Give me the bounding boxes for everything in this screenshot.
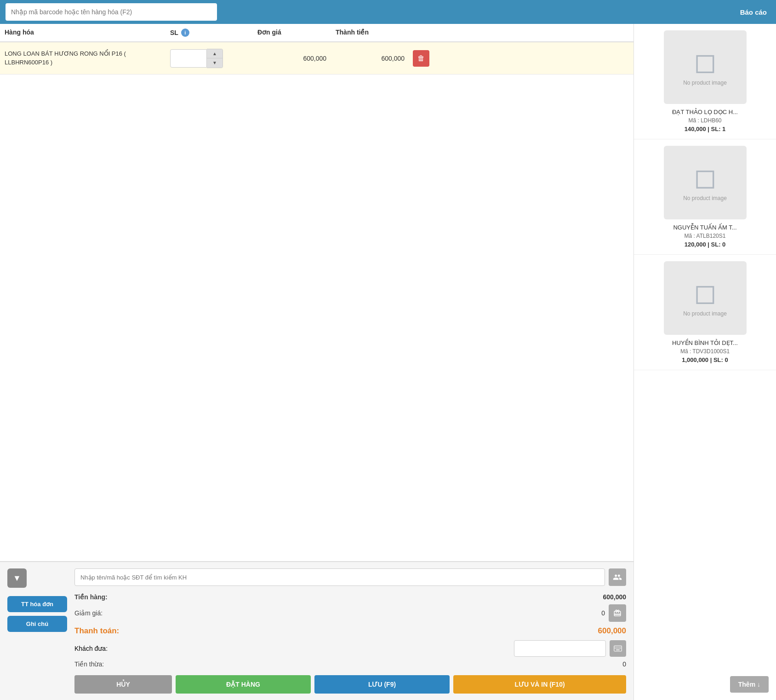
product-ma-3: Mã : TDV3D1000S1 [680, 348, 730, 355]
bottom-area: ▼ TT hóa đơn Ghi chú [7, 568, 626, 694]
them-button[interactable]: Thêm ↓ [730, 676, 769, 693]
tien-thua-label: Tiền thừa: [74, 660, 104, 668]
luu-in-button[interactable]: LƯU VÀ IN (F10) [453, 675, 626, 694]
qty-input[interactable]: 1 [170, 49, 207, 68]
product-card-3[interactable]: ◻ No product image HUYỀN BÌNH TỎI DẸT...… [634, 255, 776, 370]
tien-hang-value: 600,000 [603, 593, 626, 601]
khach-dua-label: Khách đưa: [74, 645, 108, 652]
spacer [0, 75, 633, 561]
left-side-buttons: ▼ TT hóa đơn Ghi chú [7, 568, 67, 632]
giam-gia-label: Giảm giá: [74, 609, 103, 617]
product-card-2[interactable]: ◻ No product image NGUYỄN TUẤN ẤM T... M… [634, 139, 776, 255]
product-name-2: NGUYỄN TUẤN ẤM T... [673, 224, 736, 231]
svg-rect-6 [615, 648, 616, 649]
customer-search-input[interactable] [74, 568, 605, 586]
summary-section: Tiền hàng: 600,000 Giảm giá: 0 [74, 568, 626, 694]
right-panel: ◻ No product image ĐẠT THẢO LỌ DỌC H... … [633, 24, 776, 700]
ghi-chu-button[interactable]: Ghi chú [7, 616, 67, 632]
product-price-sl-3: 1,000,000 | SL: 0 [682, 356, 728, 363]
giam-gia-value: 0 [601, 609, 605, 617]
giam-gia-row: Giảm giá: 0 [74, 602, 626, 624]
main-layout: Hàng hóa SL i Đơn giá Thành tiền LONG LO… [0, 24, 776, 700]
no-image-text-3: No product image [683, 310, 727, 317]
table-row: LONG LOAN BÁT HƯƠNG RONG NỔI P16 ( LLBHR… [0, 42, 633, 75]
product-name-1: ĐẠT THẢO LỌ DỌC H... [672, 109, 738, 115]
qty-up-button[interactable]: ▲ [207, 49, 223, 58]
customer-search-button[interactable] [609, 568, 626, 586]
tt-hoadon-button[interactable]: TT hóa đơn [7, 596, 67, 612]
thanh-toan-value: 600,000 [598, 626, 626, 636]
svg-rect-9 [619, 648, 620, 649]
cart-items-list: LONG LOAN BÁT HƯƠNG RONG NỔI P16 ( LLBHR… [0, 42, 633, 75]
users-icon [613, 573, 622, 582]
left-panel: Hàng hóa SL i Đơn giá Thành tiền LONG LO… [0, 24, 633, 700]
product-name-3: HUYỀN BÌNH TỎI DẸT... [672, 339, 738, 346]
header: Báo cáo [0, 0, 776, 24]
svg-rect-8 [617, 648, 618, 649]
keyboard-icon-button[interactable] [610, 640, 626, 657]
thanh-toan-label: Thanh toán: [74, 626, 119, 636]
product-price-sl-2: 120,000 | SL: 0 [685, 241, 726, 248]
tien-hang-row: Tiền hàng: 600,000 [74, 591, 626, 602]
svg-rect-3 [617, 647, 618, 648]
product-price-sl-1: 140,000 | SL: 1 [685, 126, 726, 132]
gift-icon [613, 609, 622, 617]
dat-hang-button[interactable]: ĐẶT HÀNG [176, 675, 311, 694]
svg-rect-11 [616, 649, 620, 650]
customer-search-row [74, 568, 626, 586]
khach-dua-row: Khách đưa: 600,000 [74, 638, 626, 659]
bottom-panel: ▼ TT hóa đơn Ghi chú [0, 561, 633, 700]
bottom-action-row: HỦY ĐẶT HÀNG LƯU (F9) LƯU VÀ IN (F10) [74, 675, 626, 694]
svg-rect-7 [616, 648, 617, 649]
gift-icon-button[interactable] [609, 604, 626, 622]
col-header-sl: SL i [165, 29, 253, 37]
action-cell: 🗑 [409, 50, 437, 67]
col-header-thanhtien: Thành tiền [331, 29, 409, 37]
giam-gia-right: 0 [601, 604, 626, 622]
product-image-2: ◻ No product image [664, 146, 747, 219]
cube-icon-3: ◻ [694, 279, 717, 307]
product-ma-1: Mã : LDHB60 [688, 117, 721, 124]
col-header-action [409, 29, 437, 37]
cube-icon-2: ◻ [694, 164, 717, 191]
don-gia-cell: 600,000 [253, 55, 331, 62]
khach-dua-input[interactable]: 600,000 [514, 640, 606, 657]
cube-icon-1: ◻ [694, 48, 717, 76]
report-link[interactable]: Báo cáo [740, 8, 767, 16]
thanh-tien-cell: 600,000 [331, 55, 409, 62]
product-image-1: ◻ No product image [664, 30, 747, 104]
sl-info-icon[interactable]: i [181, 29, 189, 37]
right-spacer [634, 370, 776, 669]
product-name: LONG LOAN BÁT HƯƠNG RONG NỔI P16 ( LLBHR… [0, 50, 165, 66]
qty-down-button[interactable]: ▼ [207, 58, 223, 68]
col-header-dongia: Đơn giá [253, 29, 331, 37]
luu-button[interactable]: LƯU (F9) [314, 675, 450, 694]
khach-dua-right: 600,000 [514, 640, 626, 657]
keyboard-icon [614, 645, 622, 652]
no-image-text-2: No product image [683, 195, 727, 201]
col-header-hanghoa: Hàng hóa [0, 29, 165, 37]
them-btn-container: Thêm ↓ [634, 669, 776, 700]
qty-cell: 1 ▲ ▼ [165, 49, 253, 68]
tien-thua-value: 0 [622, 660, 626, 668]
product-card-1[interactable]: ◻ No product image ĐẠT THẢO LỌ DỌC H... … [634, 24, 776, 139]
qty-controls: ▲ ▼ [207, 49, 223, 68]
svg-rect-4 [619, 647, 620, 648]
tien-thua-row: Tiền thừa: 0 [74, 659, 626, 670]
no-image-text-1: No product image [683, 80, 727, 86]
huy-button[interactable]: HỦY [74, 675, 172, 694]
delete-item-button[interactable]: 🗑 [413, 50, 429, 67]
svg-rect-5 [620, 647, 621, 648]
thanh-toan-row: Thanh toán: 600,000 [74, 624, 626, 638]
svg-rect-1 [615, 647, 616, 648]
scroll-down-button[interactable]: ▼ [7, 568, 27, 588]
tien-hang-label: Tiền hàng: [74, 593, 108, 601]
barcode-search-input[interactable] [6, 3, 217, 21]
svg-rect-2 [616, 647, 617, 648]
product-ma-2: Mã : ATLB120S1 [685, 233, 726, 239]
table-header: Hàng hóa SL i Đơn giá Thành tiền [0, 24, 633, 42]
svg-rect-10 [620, 648, 621, 649]
product-image-3: ◻ No product image [664, 261, 747, 335]
